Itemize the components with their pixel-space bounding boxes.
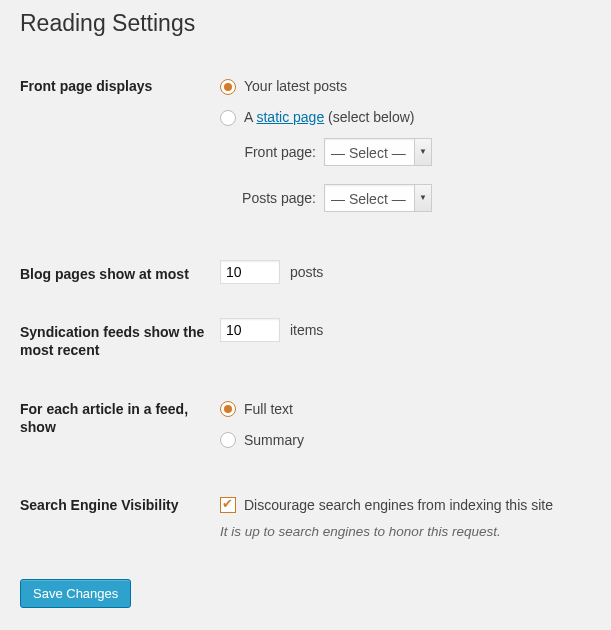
feed-article-heading: For each article in a feed, show <box>20 380 220 476</box>
radio-latest-posts-label: Your latest posts <box>244 76 347 97</box>
syndication-input[interactable] <box>220 318 280 342</box>
posts-page-select[interactable]: — Select — ▼ <box>324 184 432 212</box>
posts-page-select-value: — Select — <box>331 189 406 210</box>
front-page-select-label: Front page: <box>236 142 316 163</box>
search-engine-description: It is up to search engines to honor this… <box>220 522 581 542</box>
front-page-select-value: — Select — <box>331 143 406 164</box>
chevron-down-icon: ▼ <box>414 139 431 165</box>
blog-pages-heading: Blog pages show at most <box>20 245 220 303</box>
syndication-heading: Syndication feeds show the most recent <box>20 303 220 379</box>
radio-summary[interactable] <box>220 432 236 448</box>
checkbox-discourage-search-label: Discourage search engines from indexing … <box>244 495 553 516</box>
save-changes-button[interactable]: Save Changes <box>20 579 131 608</box>
static-prefix: A <box>244 109 256 125</box>
checkbox-discourage-search[interactable] <box>220 497 236 513</box>
radio-static-page[interactable] <box>220 110 236 126</box>
radio-full-text-label: Full text <box>244 399 293 420</box>
settings-form: Front page displays Your latest posts A … <box>20 57 591 557</box>
search-engine-heading: Search Engine Visibility <box>20 476 220 557</box>
static-page-link[interactable]: static page <box>256 109 324 125</box>
radio-static-page-label: A static page (select below) <box>244 107 414 128</box>
chevron-down-icon: ▼ <box>414 185 431 211</box>
radio-summary-label: Summary <box>244 430 304 451</box>
static-suffix: (select below) <box>324 109 414 125</box>
front-page-select[interactable]: — Select — ▼ <box>324 138 432 166</box>
radio-latest-posts[interactable] <box>220 79 236 95</box>
posts-page-select-label: Posts page: <box>236 188 316 209</box>
front-page-heading: Front page displays <box>20 57 220 245</box>
blog-pages-suffix: posts <box>290 264 323 280</box>
blog-pages-input[interactable] <box>220 260 280 284</box>
syndication-suffix: items <box>290 322 323 338</box>
page-title: Reading Settings <box>20 10 591 37</box>
radio-full-text[interactable] <box>220 401 236 417</box>
